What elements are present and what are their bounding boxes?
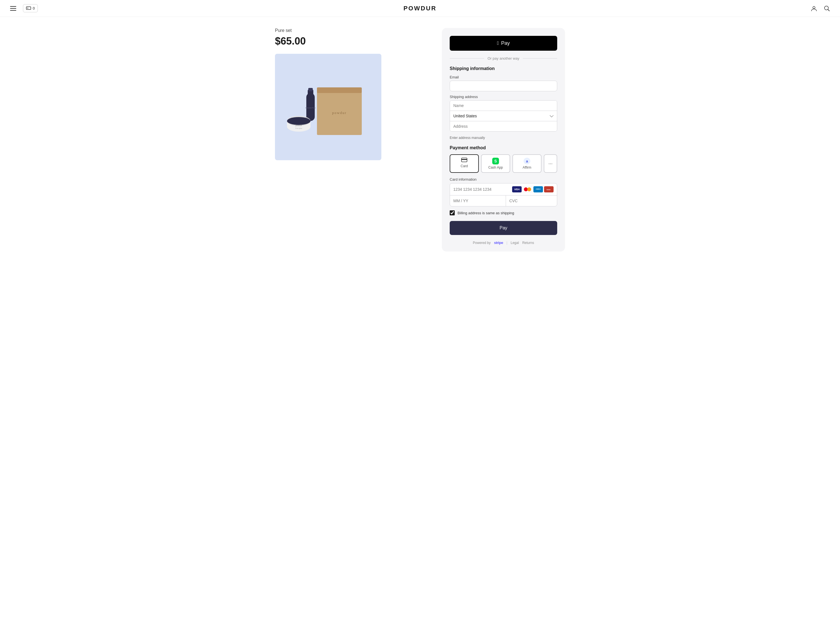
site-logo: POWDUR [404, 5, 436, 12]
stripe-logo: stripe [494, 241, 503, 245]
divider-line-right [523, 58, 557, 59]
apple-pay-label: Pay [501, 40, 510, 46]
cvc-row [506, 195, 557, 206]
svg-rect-0 [10, 6, 16, 7]
divider-line-left [449, 58, 484, 59]
account-button[interactable] [810, 4, 818, 13]
cart-button[interactable]: 0 [23, 4, 38, 12]
card-logos: VISA AMEX Union [512, 186, 554, 192]
payment-tab-cashapp[interactable]: S Cash App [481, 154, 510, 173]
card-icon [461, 158, 467, 163]
svg-rect-9 [317, 87, 362, 93]
payment-divider: Or pay another way [449, 56, 557, 61]
card-info-label: Card information [449, 177, 557, 182]
billing-same-label[interactable]: Billing address is same as shipping [458, 211, 514, 215]
svg-rect-22 [461, 159, 467, 160]
product-section: Pure set $65.00 powdur Extreme Pure [275, 28, 420, 160]
amex-logo: AMEX [533, 186, 543, 192]
expiry-input[interactable] [450, 195, 506, 206]
svg-rect-1 [10, 8, 16, 9]
visa-logo: VISA [512, 186, 522, 192]
apple-pay-button[interactable]:  Pay [449, 36, 557, 51]
shipping-address-label: Shipping address [449, 94, 557, 99]
address-fields: United States Canada United Kingdom [449, 100, 557, 131]
payment-tab-affirm[interactable]: a Affirm [512, 154, 541, 173]
email-input[interactable] [449, 81, 557, 91]
email-label: Email [449, 75, 557, 79]
svg-text:Extreme Pure: Extreme Pure [305, 107, 316, 109]
card-number-row: VISA AMEX Union [450, 183, 557, 195]
divider-text: Or pay another way [488, 56, 519, 61]
header-left: 0 [9, 4, 38, 12]
unionpay-logo: Union [544, 186, 554, 192]
checkout-section:  Pay Or pay another way Shipping inform… [442, 28, 565, 251]
product-image: powdur Extreme Pure powdur Pure glow [275, 54, 382, 160]
payment-method-title: Payment method [449, 145, 557, 151]
svg-point-18 [287, 117, 311, 125]
svg-rect-4 [27, 8, 28, 8]
svg-rect-2 [10, 10, 16, 10]
apple-icon:  [497, 40, 499, 46]
powered-by-text: Powered by [473, 241, 491, 245]
pay-button[interactable]: Pay [449, 221, 557, 235]
enter-manually-link[interactable]: Enter address manually [449, 136, 485, 140]
header-right [810, 4, 831, 13]
mastercard-logo [523, 186, 532, 192]
checkout-footer: Powered by stripe | Legal Returns [449, 241, 557, 245]
country-select[interactable]: United States Canada United Kingdom [450, 111, 557, 121]
svg-rect-3 [26, 7, 31, 9]
checkout-card:  Pay Or pay another way Shipping inform… [442, 28, 565, 251]
card-tab-label: Card [461, 164, 468, 168]
svg-rect-13 [308, 88, 313, 91]
billing-same-checkbox[interactable] [449, 210, 455, 216]
svg-text:powdur: powdur [332, 111, 346, 115]
card-expiry-cvc-row [450, 195, 557, 206]
card-number-input[interactable] [453, 187, 510, 192]
svg-text:powdur: powdur [296, 124, 302, 127]
svg-line-7 [828, 9, 830, 10]
product-name: Pure set [275, 28, 420, 33]
main-content: Pure set $65.00 powdur Extreme Pure [266, 17, 574, 263]
footer-divider: | [507, 241, 507, 245]
shipping-address-group: Shipping address United States Canada Un… [449, 94, 557, 131]
email-group: Email [449, 75, 557, 91]
affirm-icon: a [523, 158, 530, 164]
payment-tabs: Card S Cash App a Affirm [449, 154, 557, 173]
name-input[interactable] [450, 100, 557, 111]
header: 0 POWDUR [0, 0, 840, 17]
svg-text:Union: Union [547, 189, 550, 190]
returns-link[interactable]: Returns [522, 241, 534, 245]
more-icon: ··· [548, 161, 553, 167]
svg-point-5 [813, 6, 815, 9]
cashapp-tab-label: Cash App [488, 165, 503, 170]
address-input[interactable] [450, 121, 557, 131]
legal-link[interactable]: Legal [511, 241, 519, 245]
cart-count: 0 [33, 6, 35, 10]
product-price: $65.00 [275, 35, 420, 47]
cashapp-icon: S [492, 158, 499, 164]
payment-tab-more[interactable]: ··· [544, 154, 557, 173]
payment-tab-card[interactable]: Card [449, 154, 479, 173]
affirm-tab-label: Affirm [523, 165, 531, 170]
svg-text:Pure glow: Pure glow [295, 127, 302, 129]
search-button[interactable] [823, 4, 831, 13]
menu-button[interactable] [9, 5, 17, 12]
card-fields: VISA AMEX Union [449, 183, 557, 207]
shipping-title: Shipping information [449, 66, 557, 71]
billing-row: Billing address is same as shipping [449, 210, 557, 216]
cvc-input[interactable] [509, 199, 557, 203]
country-select-wrapper: United States Canada United Kingdom [450, 111, 557, 121]
